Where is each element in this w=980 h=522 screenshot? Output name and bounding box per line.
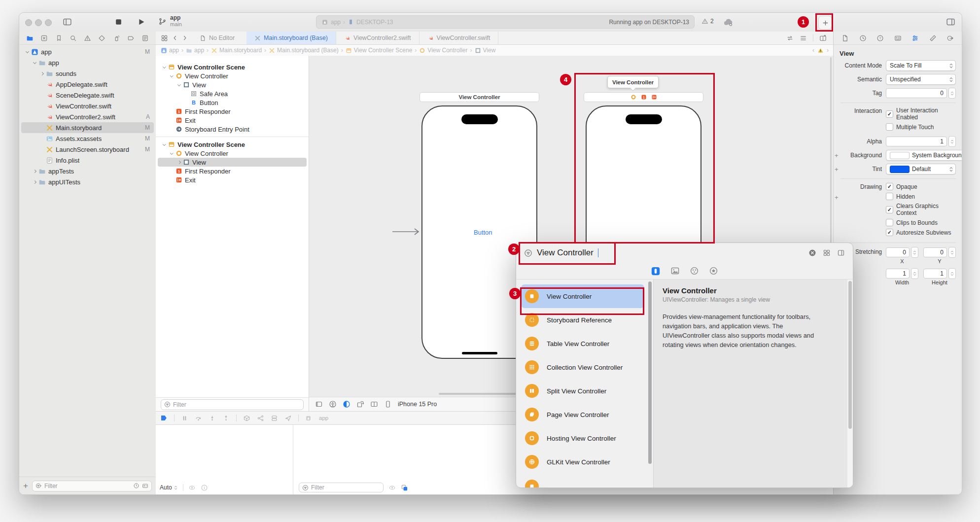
stretching-y-stepper[interactable] [948, 247, 956, 258]
minimize-window-button[interactable] [35, 19, 42, 26]
breadcrumb-item[interactable]: app [186, 47, 204, 54]
outline-row[interactable]: Exit [158, 116, 307, 125]
library-search-input[interactable]: View Controller [537, 248, 594, 258]
checkbox-row[interactable]: Clips to Bounds [886, 219, 956, 226]
checkbox-unchecked[interactable] [886, 123, 893, 131]
code-review-icon[interactable] [786, 35, 794, 42]
breadcrumb-item[interactable]: View Controller Scene [346, 47, 413, 54]
device-icon[interactable] [384, 400, 392, 408]
info-icon[interactable] [201, 484, 208, 491]
outline-row[interactable]: View Controller Scene [158, 140, 307, 149]
checkbox-checked[interactable]: ✓ [886, 229, 893, 236]
outline-row[interactable]: View [158, 158, 307, 167]
add-file-button[interactable]: + [23, 483, 28, 489]
file-row[interactable]: appM [21, 46, 154, 57]
outline-row[interactable]: View Controller Scene [158, 63, 307, 71]
disclosure-closed-icon[interactable] [39, 72, 45, 75]
it-conn-icon[interactable] [946, 35, 954, 42]
library-item[interactable]: View Controller [521, 284, 644, 308]
tint-popup[interactable]: Default [886, 164, 956, 174]
outline-row[interactable]: 1First Responder [158, 167, 307, 175]
grid-view-icon[interactable] [823, 249, 831, 257]
console-panes-icon[interactable] [401, 484, 408, 491]
stretching-width-stepper[interactable] [911, 268, 918, 279]
run-button[interactable] [137, 17, 146, 27]
scheme-selector[interactable]: app › DESKTOP-13 [321, 19, 393, 26]
disclosure-closed-icon[interactable] [32, 181, 37, 183]
checkbox-row[interactable]: Multiple Touch [886, 123, 956, 131]
it-clock-icon[interactable] [859, 35, 867, 42]
library-item[interactable]: GLKit View Controller [521, 450, 644, 474]
background-popup[interactable]: System Background... [886, 150, 962, 161]
accessibility-icon[interactable] [329, 400, 337, 408]
add-background-attr-button[interactable]: + [835, 152, 839, 159]
breadcrumb-item[interactable]: View [475, 47, 496, 54]
checkbox-checked[interactable]: ✓ [886, 110, 893, 118]
file-row[interactable]: Info.plist [21, 155, 154, 166]
recent-files-icon[interactable] [133, 483, 140, 489]
stretching-width-field[interactable]: 1 [886, 269, 910, 278]
close-window-button[interactable] [25, 19, 32, 26]
library-button[interactable] [818, 16, 832, 30]
stretching-height-stepper[interactable] [948, 268, 956, 279]
clear-search-icon[interactable] [808, 249, 816, 257]
issues-indicator[interactable]: 2 [701, 18, 714, 25]
disclosure-open-icon[interactable] [169, 75, 175, 77]
left-scene-header[interactable]: View Controller [420, 92, 539, 102]
detail-pane-icon[interactable] [837, 249, 845, 257]
checkbox-checked[interactable]: ✓ [886, 183, 893, 190]
symbols-category-icon[interactable] [709, 266, 718, 276]
console-eye-icon[interactable] [388, 484, 396, 491]
outline-row[interactable]: Exit [158, 175, 307, 184]
checkbox-row[interactable]: ✓Autoresize Subviews [886, 229, 956, 236]
pause-icon[interactable] [181, 415, 188, 422]
canvas-button[interactable]: Button [474, 229, 492, 236]
view-hierarchy-icon[interactable] [243, 415, 250, 422]
file-row[interactable]: ViewController2.swiftA [21, 111, 154, 122]
file-row[interactable]: ViewController.swift [21, 101, 154, 111]
disclosure-open-icon[interactable] [176, 84, 182, 86]
breadcrumb-item[interactable]: View Controller [419, 47, 467, 54]
activity-viewer[interactable]: app › DESKTOP-13 Running app on DESKTOP-… [316, 15, 695, 29]
nav-warning-icon[interactable] [84, 35, 91, 42]
outline-row[interactable]: View Controller [158, 149, 307, 158]
step-out-icon[interactable] [222, 415, 230, 422]
disclosure-open-icon[interactable] [162, 144, 167, 145]
split-view-icon[interactable] [370, 400, 378, 408]
it-doc-icon[interactable] [841, 35, 849, 42]
file-row[interactable]: appUITests [21, 176, 154, 187]
semantic-popup[interactable]: Unspecified [886, 74, 956, 85]
content-mode-popup[interactable]: Scale To Fill [886, 60, 956, 71]
alpha-field[interactable]: 1 [886, 137, 947, 146]
outline-row[interactable]: Safe Area [158, 89, 307, 98]
file-row[interactable]: Main.storyboardM [21, 122, 154, 133]
it-id-icon[interactable] [894, 35, 902, 42]
disclosure-closed-icon[interactable] [32, 170, 37, 173]
checkbox-row[interactable]: Hidden [886, 193, 956, 200]
checkbox-unchecked[interactable] [886, 193, 893, 200]
breadcrumb-item[interactable]: Main.storyboard (Base) [269, 47, 339, 54]
file-row[interactable]: AppDelegate.swift [21, 79, 154, 90]
nav-test-icon[interactable] [98, 35, 105, 42]
device-name[interactable]: iPhone 15 Pro [398, 401, 437, 408]
navigator-filter-field[interactable]: Filter [32, 481, 152, 491]
show-values-icon[interactable] [188, 484, 196, 491]
disclosure-open-icon[interactable] [32, 62, 37, 64]
library-item[interactable]: Page View Controller [521, 403, 644, 426]
checkbox-unchecked[interactable] [886, 219, 893, 226]
toggle-inspector-button[interactable] [946, 17, 956, 27]
library-item[interactable]: Storyboard Reference [521, 308, 644, 332]
file-row[interactable]: LaunchScreen.storyboardM [21, 144, 154, 155]
nav-search-icon[interactable] [70, 35, 77, 42]
library-list-scrollbar[interactable] [647, 279, 653, 487]
checkbox-row[interactable]: ✓Opaque [886, 183, 956, 190]
disclosure-open-icon[interactable] [24, 51, 30, 53]
checkbox-checked[interactable]: ✓ [886, 206, 893, 213]
orientation-icon[interactable] [356, 400, 364, 408]
library-item[interactable]: Hosting View Controller [521, 426, 644, 450]
nav-x-icon[interactable] [40, 35, 48, 42]
outline-row[interactable]: View [158, 80, 307, 89]
tab-viewcontroller-swift[interactable]: ViewController.swift [420, 32, 499, 44]
debug-graph-icon[interactable] [257, 415, 264, 422]
tag-field[interactable]: 0 [886, 88, 947, 98]
